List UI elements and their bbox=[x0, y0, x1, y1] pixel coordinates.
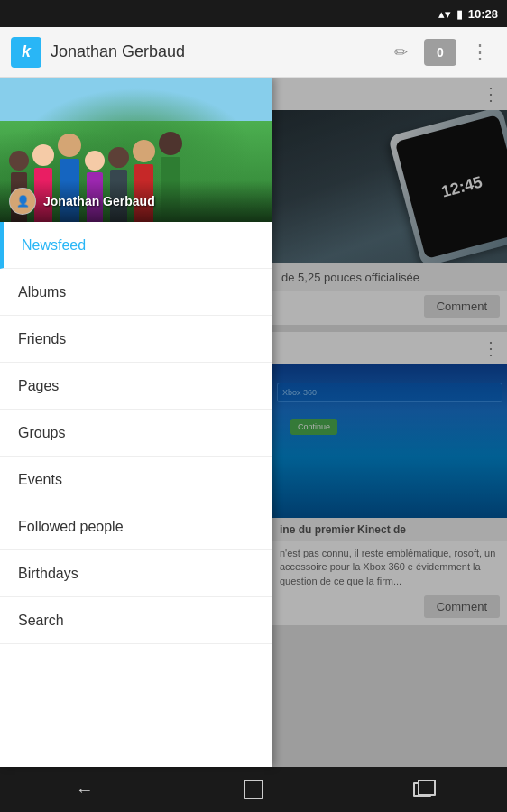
person-head bbox=[32, 144, 54, 166]
recents-icon bbox=[413, 782, 431, 797]
avatar: 👤 bbox=[9, 188, 36, 215]
sidebar-item-newsfeed[interactable]: Newsfeed bbox=[0, 222, 272, 269]
drawer-username: Jonathan Gerbaud bbox=[43, 194, 155, 208]
person-head bbox=[133, 140, 155, 162]
sidebar-item-friends[interactable]: Friends bbox=[0, 316, 272, 363]
navigation-drawer: 👤 Jonathan Gerbaud Newsfeed Albums Frien… bbox=[0, 78, 272, 767]
status-time: 10:28 bbox=[468, 7, 498, 21]
badge-count: 0 bbox=[437, 45, 444, 60]
avatar-face: 👤 bbox=[10, 189, 35, 214]
sidebar-item-albums[interactable]: Albums bbox=[0, 269, 272, 316]
app-logo[interactable]: k bbox=[11, 37, 41, 68]
edit-button[interactable]: ✏ bbox=[384, 36, 417, 69]
app-bar: k Jonathan Gerbaud ✏ 0 ⋮ bbox=[0, 27, 507, 78]
home-icon bbox=[244, 780, 263, 799]
sidebar-item-events[interactable]: Events bbox=[0, 457, 272, 503]
sidebar-item-search[interactable]: Search bbox=[0, 597, 272, 644]
sidebar-item-birthdays[interactable]: Birthdays bbox=[0, 550, 272, 597]
drawer-nav: Newsfeed Albums Friends Pages Groups Eve… bbox=[0, 222, 272, 767]
main-content: ⋮ 12:45 de 5,25 pouces officialisée Comm… bbox=[0, 78, 507, 767]
person-head bbox=[9, 151, 29, 171]
status-bar: ▴▾ ▮ 10:28 bbox=[0, 0, 507, 27]
more-options-button[interactable]: ⋮ bbox=[464, 36, 496, 69]
app-title: Jonathan Gerbaud bbox=[51, 42, 375, 61]
sidebar-item-groups[interactable]: Groups bbox=[0, 410, 272, 457]
sidebar-item-pages[interactable]: Pages bbox=[0, 363, 272, 410]
status-icons: ▴▾ ▮ 10:28 bbox=[438, 7, 498, 21]
person-head bbox=[85, 151, 105, 171]
home-button[interactable] bbox=[226, 771, 281, 807]
person-head bbox=[108, 147, 129, 168]
drawer-cover-photo: 👤 Jonathan Gerbaud bbox=[0, 78, 272, 222]
drawer-user-info: 👤 Jonathan Gerbaud bbox=[0, 180, 272, 222]
wifi-icon: ▴▾ bbox=[438, 7, 451, 21]
app-bar-actions: ✏ 0 ⋮ bbox=[384, 36, 496, 69]
notification-badge[interactable]: 0 bbox=[424, 39, 456, 66]
battery-icon: ▮ bbox=[456, 7, 463, 21]
person-head bbox=[159, 132, 182, 155]
back-button[interactable]: ← bbox=[58, 771, 112, 807]
person-head bbox=[58, 134, 81, 157]
sidebar-item-followed-people[interactable]: Followed people bbox=[0, 503, 272, 550]
back-icon: ← bbox=[76, 780, 94, 800]
more-dots-icon: ⋮ bbox=[470, 41, 491, 64]
recents-button[interactable] bbox=[395, 771, 449, 807]
pencil-icon: ✏ bbox=[394, 42, 408, 62]
bottom-nav: ← bbox=[0, 767, 507, 812]
